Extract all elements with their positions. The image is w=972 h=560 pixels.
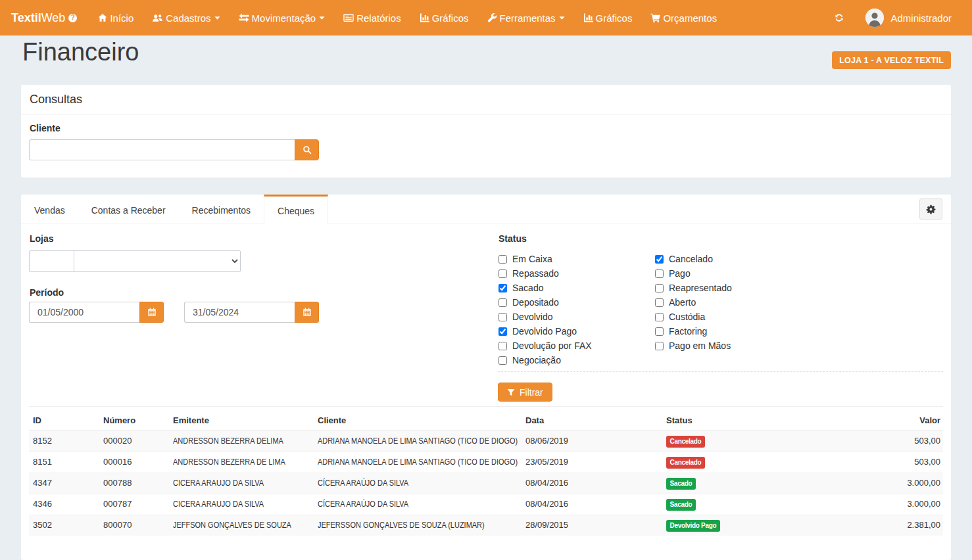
checkbox-sacado[interactable] (498, 284, 507, 292)
cell-cliente: CÍCERA ARAÚJO DA SILVA (314, 473, 522, 494)
check-row-factoring: Factoring (654, 324, 732, 338)
status-badge: Cancelado (666, 436, 705, 448)
check-row-custodia: Custódia (654, 310, 732, 324)
nav-item-cadastros[interactable]: Cadastros (143, 0, 229, 35)
date-to-calendar-button[interactable] (295, 302, 319, 323)
question-circle-icon[interactable]: ? (68, 14, 77, 22)
cell-data: 08/04/2016 (522, 494, 662, 515)
brand[interactable]: TextilWeb ? (11, 11, 77, 25)
checkbox-em-caixa[interactable] (498, 255, 507, 264)
status-badge: Devolvido Pago (666, 520, 720, 532)
page-title: Financeiro (22, 37, 951, 66)
status-badge: Cancelado (666, 457, 705, 469)
checkbox-devolvido-pago[interactable] (498, 327, 507, 336)
checkbox-custodia[interactable] (655, 313, 664, 321)
date-from-input[interactable] (29, 302, 139, 323)
status-badge: Sacado (666, 478, 696, 490)
consultas-body: Cliente (21, 115, 951, 177)
cheques-table: ID Número Emitente Cliente Data Status V… (29, 407, 943, 536)
checkbox-devolucao-por-fax[interactable] (498, 342, 507, 350)
date-from-calendar-button[interactable] (139, 302, 164, 323)
search-button[interactable] (295, 139, 319, 160)
check-row-aberto: Aberto (654, 295, 732, 310)
checkbox-label: Negociação (512, 355, 561, 365)
status-badge: Sacado (666, 499, 696, 511)
caret-down-icon (214, 14, 220, 21)
status-checkboxes: Em Caixa Repassado Sacado (498, 252, 943, 367)
checkbox-aberto[interactable] (655, 298, 664, 307)
cell-numero: 000788 (99, 473, 169, 494)
tab-recebimentos[interactable]: Recebimentos (179, 195, 264, 224)
nav-item-movimentacao[interactable]: Movimentação (230, 0, 335, 35)
checkbox-cancelado[interactable] (655, 255, 664, 264)
table-row[interactable]: 8152 000020 ANDRESSON BEZERRA DELIMA ADR… (29, 431, 943, 452)
cell-id: 8151 (29, 452, 99, 473)
filtrar-button[interactable]: Filtrar (498, 383, 552, 402)
nav-item-relatorios[interactable]: Relatórios (334, 0, 410, 35)
tab-cheques[interactable]: Cheques (264, 195, 328, 225)
dashed-separator (498, 371, 943, 372)
nav-item-orcamentos[interactable]: Orçamentos (641, 0, 726, 35)
user-name[interactable]: Administrador (890, 12, 952, 24)
tab-content: Lojas Período (21, 224, 951, 536)
refresh-button[interactable] (835, 13, 844, 22)
checkbox-pago-em-maos[interactable] (655, 342, 664, 350)
tab-contas-a-receber[interactable]: Contas a Receber (78, 195, 179, 224)
cart-icon (650, 13, 660, 23)
avatar[interactable] (865, 9, 884, 27)
checkbox-negociacao[interactable] (498, 356, 507, 365)
col-numero: Número (99, 407, 169, 431)
table-row[interactable]: 4346 000787 CICERA ARAUJO DA SILVA CÍCER… (29, 494, 943, 515)
checkbox-pago[interactable] (655, 269, 664, 278)
cliente-label: Cliente (30, 123, 943, 133)
table-row[interactable]: 4347 000788 CICERA ARAUJO DA SILVA CÍCER… (29, 473, 943, 494)
status-col2: Cancelado Pago Reapresentado (654, 252, 732, 367)
tab-vendas[interactable]: Vendas (21, 195, 78, 224)
exchange-icon (239, 13, 249, 22)
cell-numero: 000016 (99, 452, 169, 473)
navbar: TextilWeb ? Início Cadastros Movimentaçã… (0, 0, 972, 35)
cell-valor: 503,00 (846, 452, 943, 473)
cliente-input[interactable] (29, 139, 295, 160)
cell-emitente: ANDRESSON BEZERRA DELIMA (169, 431, 314, 452)
checkbox-label: Devolvido (512, 312, 552, 322)
filter-icon (507, 388, 515, 396)
settings-button[interactable] (919, 198, 942, 220)
emitente-text: JEFFSON GONÇALVES DE SOUZA (173, 519, 291, 532)
checkbox-factoring[interactable] (655, 327, 664, 336)
user-icon (865, 9, 884, 27)
filter-right: Status Em Caixa Repassado (498, 233, 943, 402)
navbar-right: Administrador (835, 9, 952, 27)
check-row-devolucao-por-fax: Devolução por FAX (498, 338, 654, 353)
nav-item-inicio[interactable]: Início (89, 0, 143, 35)
lojas-code-input[interactable] (29, 250, 74, 272)
check-row-pago-em-maos: Pago em Mãos (654, 338, 732, 353)
cell-status: Devolvido Pago (662, 515, 846, 536)
cell-emitente: CICERA ARAUJO DA SILVA (169, 473, 314, 494)
nav-item-graficos-2[interactable]: Gráficos (574, 0, 642, 35)
store-badge[interactable]: LOJA 1 - A VELOZ TEXTIL (832, 51, 951, 69)
emitente-text: ANDRESSON BEZERRA DE LIMA (173, 456, 285, 469)
checkbox-repassado[interactable] (498, 269, 507, 278)
checkbox-label: Pago em Mãos (669, 340, 731, 351)
lojas-select[interactable] (74, 250, 241, 272)
cell-cliente: ADRIANA MANOELA DE LIMA SANTIAGO (TICO D… (314, 452, 522, 473)
cell-numero: 000020 (99, 431, 169, 452)
cell-data: 08/06/2019 (522, 431, 662, 452)
caret-down-icon (559, 14, 565, 21)
table-row[interactable]: 8151 000016 ANDRESSON BEZERRA DE LIMA AD… (29, 452, 943, 473)
checkbox-devolvido[interactable] (498, 313, 507, 321)
check-row-negociacao: Negociação (498, 353, 654, 367)
checkbox-depositado[interactable] (498, 298, 507, 307)
checkbox-reapresentado[interactable] (655, 284, 664, 292)
col-valor: Valor (846, 407, 943, 431)
table-row[interactable]: 3502 800070 JEFFSON GONÇALVES DE SOUZA J… (29, 515, 943, 536)
date-to-input[interactable] (184, 302, 295, 323)
nav-item-graficos-1[interactable]: Gráficos (410, 0, 478, 35)
cell-emitente: CICERA ARAUJO DA SILVA (169, 494, 314, 515)
users-icon (152, 13, 163, 23)
checkbox-label: Devolução por FAX (512, 340, 592, 351)
check-row-em-caixa: Em Caixa (498, 252, 654, 266)
nav-item-ferramentas[interactable]: Ferramentas (478, 0, 574, 35)
emitente-text: CICERA ARAUJO DA SILVA (173, 477, 264, 490)
